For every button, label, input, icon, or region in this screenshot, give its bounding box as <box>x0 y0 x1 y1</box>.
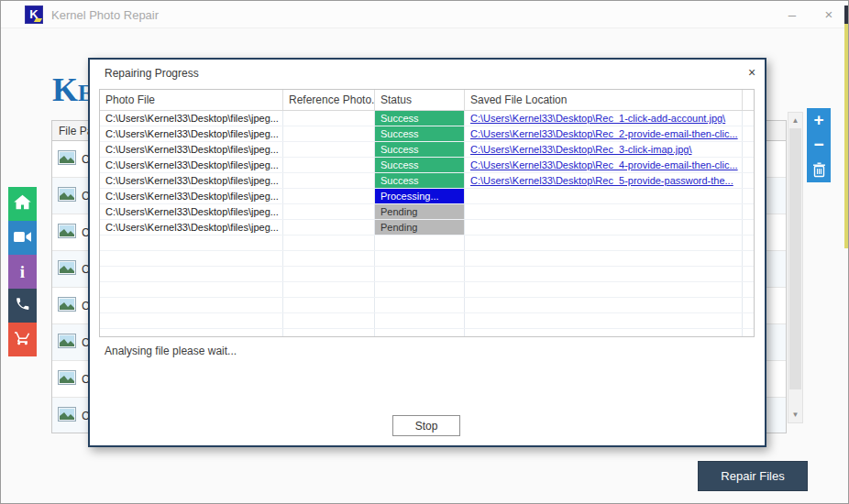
spacer-cell <box>743 158 754 172</box>
status-badge: Success <box>375 142 464 157</box>
reference-photo-cell <box>283 189 375 203</box>
status-cell: Success <box>375 142 465 157</box>
home-icon <box>14 194 31 214</box>
reference-photo-cell <box>283 142 375 157</box>
photo-file-cell: C:\Users\Kernel33\Desktop\files\jpeg... <box>100 158 283 172</box>
progress-row[interactable]: C:\Users\Kernel33\Desktop\files\jpeg...S… <box>100 142 754 158</box>
photo-file-cell: C:\Users\Kernel33\Desktop\files\jpeg... <box>100 220 283 235</box>
progress-row[interactable]: C:\Users\Kernel33\Desktop\files\jpeg...P… <box>100 189 754 204</box>
remove-files-button[interactable]: − <box>807 133 831 158</box>
saved-location-cell: C:\Users\Kernel33\Desktop\Rec_4-provide-… <box>465 158 743 172</box>
vertical-scrollbar[interactable]: ▲ ▼ <box>788 112 803 423</box>
repairing-progress-dialog: Repairing Progress × Photo File Referenc… <box>88 58 766 447</box>
status-badge: Success <box>375 126 464 141</box>
info-button[interactable]: i <box>8 255 37 289</box>
repair-files-button[interactable]: Repair Files <box>698 461 808 491</box>
saved-location-cell: C:\Users\Kernel33\Desktop\Rec_5-provide-… <box>465 173 743 188</box>
status-cell: Success <box>375 111 465 126</box>
empty-row <box>100 313 754 329</box>
status-badge: Success <box>375 111 464 126</box>
progress-row[interactable]: C:\Users\Kernel33\Desktop\files\jpeg...S… <box>100 173 754 189</box>
saved-location-cell: C:\Users\Kernel33\Desktop\Rec_3-click-im… <box>465 142 743 157</box>
progress-row[interactable]: C:\Users\Kernel33\Desktop\files\jpeg...P… <box>100 204 754 220</box>
status-badge: Success <box>375 158 464 172</box>
column-header-status[interactable]: Status <box>375 90 465 110</box>
social-sidebar: i <box>8 187 37 356</box>
dialog-close-button[interactable]: × <box>744 64 760 81</box>
saved-file-link[interactable]: C:\Users\Kernel33\Desktop\Rec_5-provide-… <box>470 175 733 186</box>
empty-row <box>100 282 754 298</box>
add-files-button[interactable]: + <box>807 108 831 133</box>
video-button[interactable] <box>8 221 37 255</box>
spacer-cell <box>743 204 754 219</box>
empty-row <box>100 236 754 251</box>
scroll-up-icon[interactable]: ▲ <box>788 114 802 127</box>
progress-table: Photo File Reference Photo... Status Sav… <box>99 89 755 337</box>
reference-photo-cell <box>283 111 375 126</box>
saved-file-link[interactable]: C:\Users\Kernel33\Desktop\Rec_1-click-ad… <box>470 113 725 124</box>
video-camera-icon <box>14 230 31 247</box>
saved-file-link[interactable]: C:\Users\Kernel33\Desktop\Rec_2-provide-… <box>470 128 738 139</box>
kernel-logo-letter-k: K <box>52 71 78 108</box>
progress-row[interactable]: C:\Users\Kernel33\Desktop\files\jpeg...S… <box>100 111 754 126</box>
status-cell: Pending <box>375 220 465 235</box>
delete-files-button[interactable] <box>807 158 831 182</box>
status-badge: Processing... <box>375 189 464 203</box>
photo-thumbnail-icon <box>58 370 76 388</box>
scroll-down-icon[interactable]: ▼ <box>788 408 802 422</box>
photo-file-cell: C:\Users\Kernel33\Desktop\files\jpeg... <box>100 126 283 141</box>
status-cell: Success <box>375 158 465 172</box>
saved-location-cell <box>465 189 743 203</box>
status-cell: Success <box>375 126 465 141</box>
saved-file-link[interactable]: C:\Users\Kernel33\Desktop\Rec_3-click-im… <box>470 144 691 155</box>
photo-file-cell: C:\Users\Kernel33\Desktop\files\jpeg... <box>100 189 283 203</box>
window-close-button[interactable]: × <box>817 5 841 25</box>
reference-photo-cell <box>283 126 375 141</box>
photo-thumbnail-icon <box>58 334 76 351</box>
photo-thumbnail-icon <box>58 150 76 168</box>
column-header-saved-file-location[interactable]: Saved File Location <box>465 90 743 110</box>
saved-file-link[interactable]: C:\Users\Kernel33\Desktop\Rec_4-provide-… <box>470 159 738 170</box>
progress-table-header: Photo File Reference Photo... Status Sav… <box>100 90 754 111</box>
column-header-reference-photo[interactable]: Reference Photo... <box>283 90 375 110</box>
reference-photo-cell <box>283 158 375 172</box>
empty-row <box>100 251 754 267</box>
status-badge: Success <box>375 173 464 188</box>
logo-accent <box>34 18 42 22</box>
spacer-cell <box>743 142 754 157</box>
app-logo-icon: K <box>25 5 43 24</box>
background-window-edge <box>844 24 848 248</box>
status-cell: Processing... <box>375 189 465 203</box>
saved-location-cell: C:\Users\Kernel33\Desktop\Rec_2-provide-… <box>465 126 743 141</box>
spacer-cell <box>743 126 754 141</box>
phone-button[interactable] <box>8 289 37 323</box>
photo-thumbnail-icon <box>58 297 76 314</box>
progress-table-body: C:\Users\Kernel33\Desktop\files\jpeg...S… <box>100 111 754 337</box>
photo-file-cell: C:\Users\Kernel33\Desktop\files\jpeg... <box>100 173 283 188</box>
progress-row[interactable]: C:\Users\Kernel33\Desktop\files\jpeg...P… <box>100 220 754 236</box>
photo-file-cell: C:\Users\Kernel33\Desktop\files\jpeg... <box>100 142 283 157</box>
app-title: Kernel Photo Repair <box>51 8 159 22</box>
scrollbar-thumb[interactable] <box>789 128 801 389</box>
spacer-cell <box>743 189 754 203</box>
reference-photo-cell <box>283 173 375 188</box>
photo-file-cell: C:\Users\Kernel33\Desktop\files\jpeg... <box>100 204 283 219</box>
home-button[interactable] <box>8 187 37 221</box>
spacer-cell <box>743 173 754 188</box>
column-header-photo-file[interactable]: Photo File <box>100 90 283 110</box>
photo-thumbnail-icon <box>58 187 76 204</box>
empty-row <box>100 298 754 313</box>
progress-row[interactable]: C:\Users\Kernel33\Desktop\files\jpeg...S… <box>100 158 754 173</box>
column-header-spacer <box>743 90 754 110</box>
background-window-edge-dark <box>844 5 848 24</box>
minimize-button[interactable]: – <box>780 5 804 25</box>
kernel-logo-text: KE <box>52 71 94 109</box>
photo-thumbnail-icon <box>58 407 76 424</box>
status-message: Analysing file please wait... <box>105 345 237 357</box>
status-badge: Pending <box>375 204 464 219</box>
stop-button[interactable]: Stop <box>392 415 460 436</box>
saved-location-cell <box>465 220 743 235</box>
cart-button[interactable] <box>8 323 37 356</box>
photo-thumbnail-icon <box>58 224 76 241</box>
progress-row[interactable]: C:\Users\Kernel33\Desktop\files\jpeg...S… <box>100 126 754 142</box>
